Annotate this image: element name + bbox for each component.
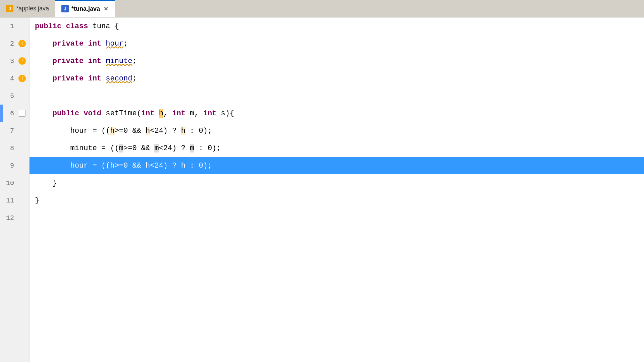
indent-2 (35, 40, 53, 48)
tab-bar: J *apples.java J *tuna.java ✕ (0, 0, 644, 17)
line-number-12: 12 (0, 214, 17, 222)
fold-icon-6[interactable]: − (19, 110, 25, 117)
gutter-icon-2: ! (17, 40, 27, 47)
h-7b: h (146, 127, 150, 135)
gutter-row-3: 3 ! (0, 52, 29, 70)
warning-icon-4: ! (18, 75, 26, 82)
id-second-4: second (106, 74, 132, 83)
gutter-row-6: 6 − (0, 105, 29, 122)
code-line-1: public class tuna { (30, 17, 644, 35)
indent-6 (35, 109, 53, 118)
code-line-7: hour = ((h>=0 && h<24) ? h : 0); (30, 122, 644, 139)
editor-container: J *apples.java J *tuna.java ✕ 1 2 ! (0, 0, 644, 362)
space-6a (79, 109, 84, 118)
code-line-10: } (30, 174, 644, 192)
line-number-9: 9 (0, 162, 17, 170)
code-line-5 (30, 87, 644, 105)
semi-3: ; (132, 57, 137, 65)
kw-private-2: private (53, 40, 84, 48)
op-8b: <24) ? (159, 144, 190, 153)
op-8c: : 0); (194, 144, 221, 153)
code-line-9: hour = ((h>=0 && h<24) ? h : 0); (30, 157, 644, 174)
kw-public-6: public (53, 109, 79, 118)
code-line-3: private int minute; (30, 52, 644, 70)
blue-bar (0, 105, 3, 122)
gutter-row-1: 1 (0, 17, 29, 35)
op-7c: : 0); (185, 127, 212, 135)
line-number-1: 1 (0, 22, 17, 30)
gutter-row-8: 8 (0, 139, 29, 157)
tab-apples[interactable]: J *apples.java (0, 0, 55, 17)
kw-int-2: int (88, 40, 101, 48)
line-number-3: 3 (0, 57, 17, 65)
line-number-8: 8 (0, 144, 17, 152)
kw-private-3: private (53, 57, 84, 65)
space-6e: s){ (216, 109, 234, 118)
m-8a: m (119, 144, 123, 153)
gutter-row-7: 7 (0, 122, 29, 139)
space-1b: tuna { (88, 22, 119, 31)
gutter: 1 2 ! 3 ! 4 ! (0, 17, 30, 362)
code-line-12 (30, 209, 644, 227)
space-6c (154, 109, 159, 118)
kw-class-1: class (66, 22, 88, 31)
warning-icon-2: ! (18, 40, 26, 47)
gutter-icon-3: ! (17, 57, 27, 65)
op-7b: <24) ? (150, 127, 181, 135)
tuna-tab-label: *tuna.java (71, 5, 100, 12)
code-line-2: private int hour; (30, 35, 644, 52)
space-1a (61, 22, 66, 31)
kw-private-4: private (53, 74, 84, 83)
space-2b (101, 40, 106, 48)
kw-int-6c: int (203, 109, 217, 118)
indent-7: hour = (( (35, 127, 110, 135)
space-3b (101, 57, 106, 65)
param-h-6: h (159, 109, 163, 118)
indent-4 (35, 74, 53, 83)
line-number-11: 11 (0, 197, 17, 204)
space-2a (84, 40, 88, 48)
indent-10: } (35, 179, 57, 187)
code-line-11: } (30, 192, 644, 209)
comma-6a: , (163, 109, 172, 118)
space-4b (101, 74, 106, 83)
kw-public-1: public (35, 22, 61, 31)
tab-tuna[interactable]: J *tuna.java ✕ (55, 0, 115, 17)
tab-close-button[interactable]: ✕ (103, 6, 109, 12)
gutter-row-5: 5 (0, 87, 29, 105)
kw-int-6b: int (172, 109, 185, 118)
m-8b: m (154, 144, 159, 153)
close-brace-11: } (35, 196, 39, 205)
space-3a (84, 57, 88, 65)
kw-int-4: int (88, 74, 101, 83)
h-7c: h (181, 127, 185, 135)
h-7a: h (110, 127, 114, 135)
gutter-row-9: 9 (0, 157, 29, 174)
apples-tab-icon: J (6, 5, 13, 12)
apples-tab-label: *apples.java (16, 5, 49, 12)
tuna-tab-icon: J (61, 5, 69, 12)
code-area: 1 2 ! 3 ! 4 ! (0, 17, 644, 362)
code-content[interactable]: public class tuna { private int hour; pr… (30, 17, 644, 362)
gutter-row-12: 12 (0, 209, 29, 227)
op-8a: >=0 && (123, 144, 154, 153)
kw-int-6a: int (141, 109, 155, 118)
kw-void-6: void (84, 109, 101, 118)
semi-2: ; (123, 40, 128, 48)
warning-icon-3: ! (18, 57, 26, 65)
empty-5 (35, 92, 39, 100)
line-number-2: 2 (0, 40, 17, 48)
gutter-icon-6[interactable]: − (17, 110, 27, 117)
gutter-row-4: 4 ! (0, 70, 29, 87)
m-8c: m (190, 144, 194, 153)
gutter-row-11: 11 (0, 192, 29, 209)
id-minute-3: minute (106, 57, 132, 65)
line-number-7: 7 (0, 127, 17, 135)
kw-int-3: int (88, 57, 101, 65)
op-7a: >=0 && (115, 127, 146, 135)
gutter-icon-4: ! (17, 75, 27, 82)
space-4a (84, 74, 88, 83)
code-line-8: minute = ((m>=0 && m<24) ? m : 0); (30, 139, 644, 157)
gutter-row-2: 2 ! (0, 35, 29, 52)
space-6d: m, (185, 109, 203, 118)
